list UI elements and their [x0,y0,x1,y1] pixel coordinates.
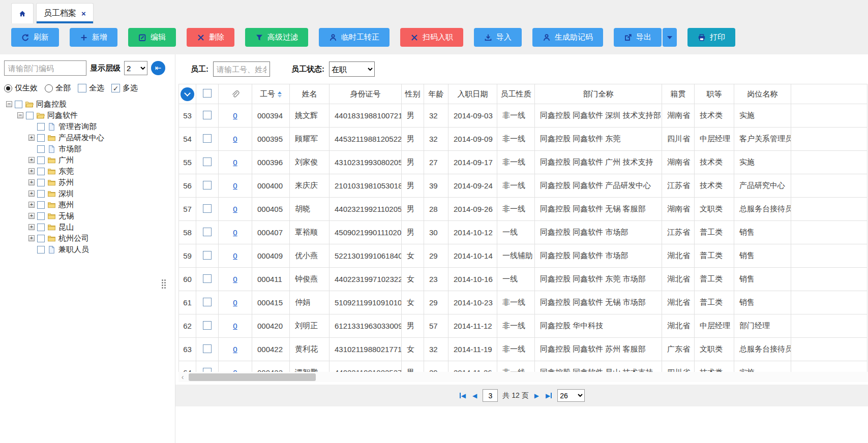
expand-icon[interactable]: + [28,179,35,185]
tree-checkbox[interactable] [26,112,34,119]
tree-item[interactable]: +杭州公司 [4,233,175,244]
tree-item[interactable]: 市场部 [4,143,175,154]
table-row[interactable]: 620000420刘明正612133196303300912男572014-11… [179,314,867,338]
table-row[interactable]: 580000407覃裕顺450902199011102034男302014-10… [179,221,867,244]
attachments-link[interactable]: 0 [233,275,237,283]
expand-icon[interactable]: + [28,213,35,219]
tree-checkbox[interactable] [37,235,45,242]
attachments-link[interactable]: 0 [233,135,237,143]
table-row[interactable]: 540000395顾耀军445321198812052211男322014-09… [179,128,867,151]
column-header[interactable]: 年龄 [424,84,448,104]
row-checkbox[interactable] [203,368,212,372]
row-checkbox[interactable] [203,274,212,283]
next-page-button[interactable]: ▶ [533,393,540,399]
row-checkbox[interactable] [203,344,212,353]
column-header[interactable]: 籍贯 [662,84,695,104]
tree-checkbox[interactable] [37,145,45,153]
attachments-link[interactable]: 0 [233,205,237,213]
scan-onboard-button[interactable]: 扫码入职 [400,28,463,47]
table-row[interactable]: 560000400来庆庆210103198105301812男392014-09… [179,174,867,198]
row-checkbox[interactable] [203,228,212,236]
expand-icon[interactable]: + [28,191,35,197]
tree-checkbox[interactable] [37,224,45,231]
tree-checkbox[interactable] [37,201,45,209]
column-header[interactable]: 岗位名称 [734,84,791,104]
multi-select-checkbox[interactable]: ✓ [111,84,120,92]
first-page-button[interactable]: ◀ [459,393,467,399]
tree-item[interactable]: +深圳 [4,188,175,199]
column-header[interactable]: 员工性质 [497,84,535,104]
attachments-link[interactable]: 0 [233,228,237,237]
column-header[interactable]: 工号 [252,84,290,104]
tab-home[interactable] [11,3,34,23]
row-checkbox[interactable] [203,298,212,306]
tree-checkbox[interactable] [37,212,45,220]
tree-checkbox[interactable] [37,179,45,186]
tree-checkbox[interactable] [37,123,45,131]
tree-checkbox[interactable] [37,190,45,198]
column-header[interactable]: 姓名 [290,84,330,104]
scroll-left-icon[interactable]: ‹ [178,373,187,381]
table-row[interactable]: 550000396刘家俊431023199308020531男272014-09… [179,151,867,174]
row-checkbox[interactable] [203,204,212,213]
tree-item[interactable]: +东莞 [4,166,175,177]
row-checkbox[interactable] [203,181,212,189]
tree-item[interactable]: 管理咨询部 [4,121,175,132]
tree-item[interactable]: 兼职人员 [4,244,175,255]
row-checkbox[interactable] [203,321,212,330]
scrollbar-thumb[interactable] [189,373,316,381]
temp-to-regular-button[interactable]: 临时工转正 [319,28,390,47]
expand-icon[interactable]: + [28,202,35,208]
radio-active-only[interactable] [4,84,12,92]
attachments-link[interactable]: 0 [233,158,237,167]
expand-all-button[interactable] [181,87,194,101]
tree-item[interactable]: +昆山 [4,222,175,233]
tab-employee-files[interactable]: 员工档案 × [36,3,94,23]
dept-code-input[interactable] [4,60,86,76]
sort-icon[interactable] [278,91,282,98]
page-number-input[interactable] [483,389,498,402]
row-checkbox[interactable] [203,157,212,166]
import-button[interactable]: 导入 [474,28,522,47]
tree-checkbox[interactable] [37,134,45,142]
tree-item[interactable]: +产品研发中心 [4,132,175,143]
last-page-button[interactable]: ▶ [545,393,553,399]
expand-icon[interactable]: + [28,235,35,241]
attachments-link[interactable]: 0 [233,181,237,190]
scrollbar-track[interactable] [187,373,868,381]
add-button[interactable]: 新增 [70,28,117,47]
attachments-link[interactable]: 0 [233,345,237,354]
attachments-link[interactable]: 0 [233,251,237,260]
expand-icon[interactable]: + [28,157,35,163]
tree-item[interactable]: +惠州 [4,199,175,210]
status-select[interactable]: 在职 [329,61,375,77]
expand-icon[interactable]: + [28,224,35,230]
refresh-button[interactable]: 刷新 [11,28,59,47]
row-checkbox[interactable] [203,134,212,143]
table-row[interactable]: 530000394姚文辉440183198810072132男322014-09… [179,104,867,128]
expand-icon[interactable]: + [28,135,35,141]
export-button[interactable]: 导出 [614,28,662,47]
sidebar-resize-handle[interactable] [162,279,166,289]
table-row[interactable]: 570000405胡晓440232199211020533男282014-09-… [179,198,867,221]
row-checkbox[interactable] [203,111,212,119]
attachments-link[interactable]: 0 [233,298,237,307]
close-icon[interactable]: × [81,9,86,18]
select-all-checkbox[interactable] [78,84,86,92]
tree-item[interactable]: +广州 [4,154,175,166]
collapse-icon[interactable]: − [6,101,12,107]
radio-all[interactable] [45,84,53,92]
table-row[interactable]: 610000415仲娟510921199109101043女292014-10-… [179,291,867,314]
column-header[interactable]: 职等 [695,84,734,104]
tree-checkbox[interactable] [37,156,45,164]
prev-page-button[interactable]: ◀ [471,393,478,399]
table-row[interactable]: 590000409优小燕522130199106184046女292014-10… [179,244,867,268]
export-dropdown-button[interactable] [663,28,677,47]
gen-mnemonic-button[interactable]: 生成助记码 [532,28,603,47]
attachments-link[interactable]: 0 [233,111,237,120]
column-header[interactable]: 部门全称 [535,84,662,104]
row-checkbox[interactable] [203,251,212,260]
page-size-select[interactable]: 26 [557,389,585,402]
tree-item[interactable]: −同鑫软件 [4,110,175,121]
tree-checkbox[interactable] [15,101,22,108]
